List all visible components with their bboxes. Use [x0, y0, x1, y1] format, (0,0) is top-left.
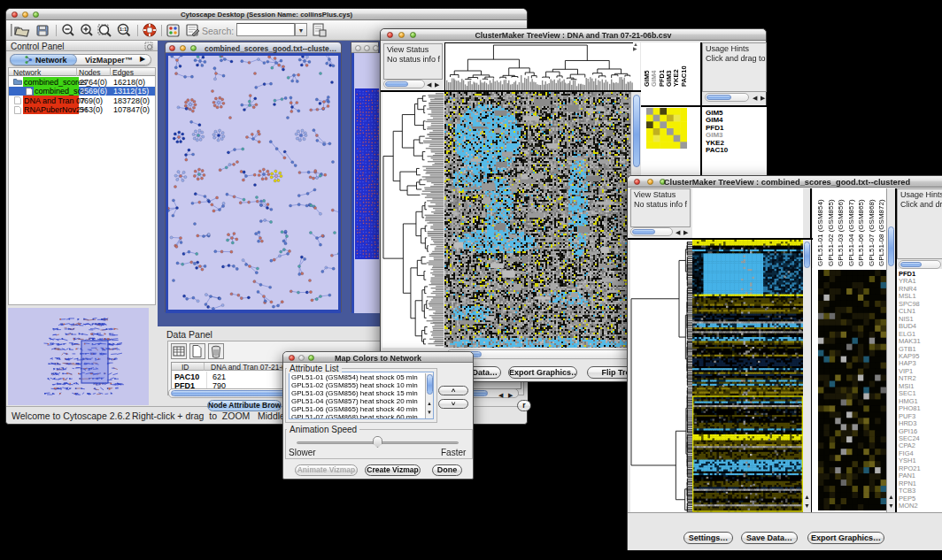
svg-text:1:1: 1:1: [120, 27, 127, 32]
